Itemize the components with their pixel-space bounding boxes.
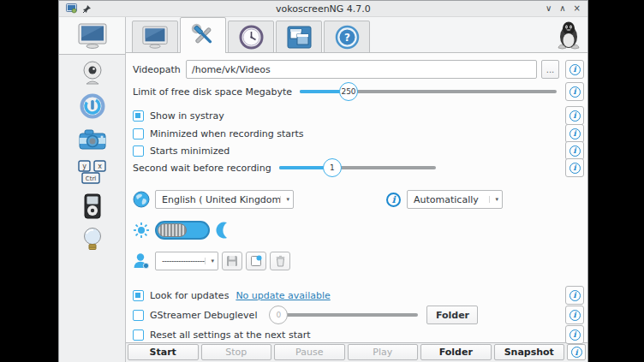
pin-icon[interactable] <box>82 4 92 14</box>
action-button-start[interactable]: Start <box>128 344 199 360</box>
starts-minimized-info-button[interactable] <box>565 141 584 160</box>
chevron-down-icon: ▾ <box>280 196 289 203</box>
help-icon: ? <box>335 25 360 50</box>
info-icon <box>569 329 581 341</box>
profile-select[interactable]: -------------------- ▾ <box>155 252 218 270</box>
theme-toggle-handle[interactable] <box>158 223 187 237</box>
save-icon <box>226 255 238 267</box>
tab-bar: ? <box>126 17 587 53</box>
action-button-folder[interactable]: Folder <box>420 344 492 360</box>
gstreamer-folder-button[interactable]: Folder <box>426 306 478 324</box>
videopath-input[interactable]: /home/vk/Videos <box>186 60 537 79</box>
slider-handle[interactable]: 1 <box>323 158 342 177</box>
info-icon <box>569 310 581 321</box>
screen-icon <box>78 23 107 49</box>
minimized-on-record-row: Minimized when recording starts <box>133 124 584 143</box>
systray-row: Show in systray <box>133 106 584 125</box>
minimize-button[interactable]: ∨ <box>546 4 552 13</box>
tab-help[interactable]: ? <box>324 21 370 53</box>
record-wait-row: Second wait before recording 1 <box>133 158 584 177</box>
update-mode-info-icon[interactable] <box>386 193 401 207</box>
sidebar-item-player[interactable] <box>83 193 102 219</box>
update-status-link[interactable]: No update available <box>236 290 330 301</box>
info-icon <box>569 64 581 75</box>
videopath-label: Videopath <box>133 64 186 75</box>
gstreamer-debug-slider: 0 <box>271 305 418 325</box>
slider-track <box>271 313 418 317</box>
action-button-stop: Stop <box>201 344 272 360</box>
tab-settings[interactable] <box>180 17 226 53</box>
reset-info-button[interactable] <box>565 325 584 344</box>
record-wait-slider[interactable]: 1 <box>279 157 436 178</box>
look-for-updates-checkbox[interactable] <box>133 290 144 301</box>
svg-text:?: ? <box>344 32 350 44</box>
minimized-on-record-label: Minimized when recording starts <box>150 128 304 139</box>
svg-text:x: x <box>98 163 102 170</box>
window-title: vokoscreenNG 4.7.0 <box>59 3 587 15</box>
language-select[interactable]: English ( United Kingdom ) ( en_GB ) ▾ <box>155 190 294 209</box>
browse-button[interactable]: ... <box>541 60 559 79</box>
action-button-pause: Pause <box>274 344 345 360</box>
info-icon <box>569 86 581 98</box>
action-button-play: Play <box>348 344 419 360</box>
maximize-button[interactable]: ∧ <box>559 4 565 13</box>
action-buttons: StartStopPausePlayFolderSnapshot <box>128 344 564 360</box>
profile-save-button[interactable] <box>222 252 242 270</box>
profile-person-icon <box>133 252 150 270</box>
tab-windows[interactable] <box>276 21 322 53</box>
sidebar-item-screencast[interactable] <box>59 17 125 55</box>
disk-limit-slider[interactable]: 250 <box>300 81 557 102</box>
starts-minimized-label: Starts minimized <box>150 145 230 157</box>
record-wait-info-button[interactable] <box>565 158 584 177</box>
gstreamer-debug-checkbox[interactable] <box>133 310 144 321</box>
theme-toggle[interactable] <box>155 221 210 240</box>
profile-new-button[interactable] <box>246 252 266 270</box>
close-button[interactable]: × <box>574 4 581 13</box>
sidebar-item-showclick[interactable] <box>81 227 104 252</box>
app-window: vokoscreenNG 4.7.0 ∨ ∧ × <box>58 0 588 362</box>
look-for-updates-label: Look for updates <box>150 290 229 301</box>
disk-limit-label: Limit of free disk space Megabyte <box>133 86 292 98</box>
windows-icon <box>287 26 312 49</box>
actions-info-button[interactable] <box>567 344 586 360</box>
gstreamer-info-button[interactable] <box>565 306 584 324</box>
sidebar: yxCtrl <box>59 17 125 362</box>
sidebar-item-webcam[interactable] <box>80 61 105 86</box>
language-row: English ( United Kingdom ) ( en_GB ) ▾ A… <box>133 190 584 209</box>
screen-icon <box>142 26 168 49</box>
sidebar-item-camera[interactable] <box>78 127 107 152</box>
update-mode-select[interactable]: Automatically ▾ <box>407 190 503 209</box>
profile-delete-button[interactable] <box>270 252 290 270</box>
slider-handle[interactable]: 250 <box>339 82 358 101</box>
updates-info-button[interactable] <box>565 286 584 305</box>
profile-row: -------------------- ▾ <box>133 252 584 270</box>
minimized-on-record-checkbox[interactable] <box>133 128 144 139</box>
minimized-on-record-info-button[interactable] <box>565 124 584 143</box>
chevron-down-icon: ▾ <box>489 196 498 203</box>
action-button-snapshot[interactable]: Snapshot <box>494 344 565 360</box>
videopath-row: Videopath /home/vk/Videos ... <box>133 60 584 79</box>
reset-settings-checkbox[interactable] <box>133 329 144 341</box>
tab-timer[interactable] <box>228 21 274 53</box>
settings-pane: Videopath /home/vk/Videos ... Limit of f… <box>126 53 587 342</box>
systray-info-button[interactable] <box>565 106 584 125</box>
record-wait-label: Second wait before recording <box>133 163 271 174</box>
title-bar: vokoscreenNG 4.7.0 ∨ ∧ × <box>59 1 587 17</box>
videopath-info-button[interactable] <box>565 60 584 79</box>
trash-icon <box>275 255 286 267</box>
gstreamer-debug-label: GStreamer Debuglevel <box>150 310 257 321</box>
info-icon <box>569 128 581 139</box>
action-bar: StartStopPausePlayFolderSnapshot <box>126 342 587 362</box>
svg-text:y: y <box>82 163 86 170</box>
info-icon <box>569 110 581 122</box>
starts-minimized-checkbox[interactable] <box>133 145 144 157</box>
update-mode-value: Automatically <box>414 194 479 205</box>
show-systray-checkbox[interactable] <box>133 110 144 122</box>
clock-icon <box>239 25 264 50</box>
content-area: ? Videopath /home/vk/Videos ... <box>125 17 587 362</box>
new-profile-icon <box>250 255 262 267</box>
tab-screen[interactable] <box>132 21 178 53</box>
sidebar-item-record[interactable] <box>80 93 105 119</box>
disk-limit-info-button[interactable] <box>565 82 584 101</box>
sidebar-item-hotkeys[interactable]: yxCtrl <box>77 160 108 186</box>
